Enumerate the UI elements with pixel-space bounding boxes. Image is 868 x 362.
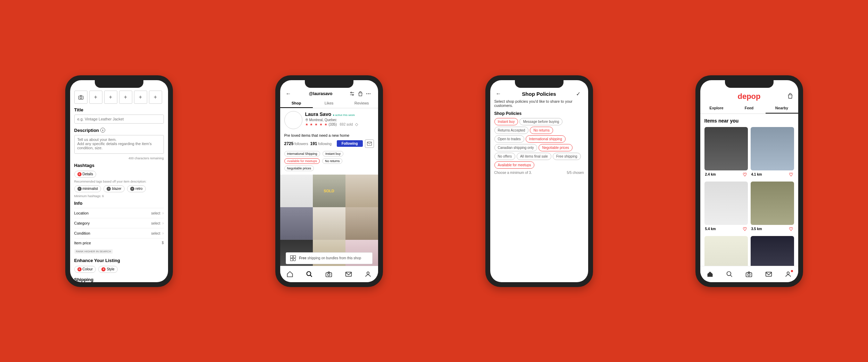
add-photo-slot[interactable]: +	[89, 91, 102, 104]
header: ← Shop Policies ✓	[494, 91, 584, 97]
add-photo-slot[interactable]: +	[104, 91, 117, 104]
location: Montreal, Quebec	[305, 118, 374, 122]
nearby-grid: 2.4 km♡4.1 km♡5.4 km♡3.5 km♡	[704, 127, 794, 279]
product-cell[interactable]	[280, 207, 313, 240]
more-icon[interactable]: ⋯	[366, 91, 372, 96]
heart-icon[interactable]: ♡	[789, 226, 793, 232]
nav-search[interactable]	[306, 271, 313, 278]
tab-feed[interactable]: Feed	[733, 103, 766, 113]
svg-point-12	[307, 271, 311, 276]
policy-chip[interactable]: Message before buying	[519, 118, 562, 125]
policy-chip[interactable]: Open to trades	[494, 135, 524, 143]
phone-policies: ← Shop Policies ✓ Select shop policies y…	[485, 75, 593, 287]
back-button[interactable]: ←	[496, 91, 502, 97]
add-photo-slot[interactable]: +	[134, 91, 147, 104]
policy-chip[interactable]: All items final sale	[517, 153, 551, 160]
hashtags-details-button[interactable]: +Details	[74, 171, 97, 178]
policy-chip[interactable]: No returns	[530, 127, 553, 134]
svg-point-18	[727, 271, 731, 276]
svg-point-11	[293, 258, 295, 261]
follow-button[interactable]: Following	[337, 140, 363, 147]
policy-chip[interactable]: International shipping	[526, 135, 566, 143]
bag-icon[interactable]	[358, 91, 363, 96]
row-category[interactable]: Categoryselect›	[74, 218, 164, 228]
mail-icon	[345, 271, 352, 277]
nav-inbox[interactable]	[345, 271, 352, 277]
product-cell[interactable]	[345, 207, 378, 240]
confirm-button[interactable]: ✓	[576, 91, 582, 97]
nav-search[interactable]	[726, 271, 733, 278]
title-input[interactable]	[74, 115, 164, 124]
shop-chips: International Shipping Instant buy Avail…	[284, 150, 374, 172]
row-price[interactable]: Item price$	[74, 238, 164, 247]
policy-chip[interactable]: Negotiable prices	[539, 144, 572, 151]
nav-sell[interactable]	[325, 271, 332, 277]
bag-button[interactable]	[787, 93, 793, 99]
rating[interactable]: ★ ★ ★ ★ ★ (335) 692 sold	[305, 123, 374, 126]
enhance-style[interactable]: +Style	[98, 266, 117, 273]
policy-chip[interactable]: Canadian shipping only	[494, 144, 537, 151]
row-condition[interactable]: Conditionselect›	[74, 228, 164, 238]
policy-chip[interactable]: Returns Accepted	[494, 127, 529, 134]
policy-chip[interactable]: Free shipping	[553, 153, 581, 160]
nav-inbox[interactable]	[765, 271, 772, 277]
product-card[interactable]: 5.4 km♡	[704, 182, 748, 233]
heart-icon[interactable]: ♡	[743, 226, 747, 232]
chip: International Shipping	[284, 151, 320, 157]
following[interactable]: 191 following	[310, 141, 332, 146]
section-label: Shop Policies	[494, 111, 584, 116]
tag-chip[interactable]: ×retro	[127, 185, 146, 192]
desc-input[interactable]	[74, 135, 164, 154]
product-cell[interactable]	[313, 207, 345, 240]
heart-icon[interactable]: ♡	[743, 172, 747, 177]
plus-icon: +	[101, 267, 106, 271]
product-card[interactable]: 3.5 km♡	[751, 182, 794, 233]
tag-chip[interactable]: ×blazer	[103, 185, 124, 192]
filter-icon[interactable]	[349, 91, 355, 96]
policy-chip[interactable]: Instant buy	[494, 118, 518, 125]
notch	[725, 79, 774, 88]
nav-profile[interactable]	[365, 271, 372, 278]
screen: ← Shop Policies ✓ Select shop policies y…	[490, 80, 588, 282]
tab-explore[interactable]: Explore	[700, 103, 733, 113]
camera-slot[interactable]	[74, 91, 87, 104]
mail-icon	[765, 271, 772, 277]
enhance-colour[interactable]: +Colour	[74, 266, 96, 273]
product-cell-sold[interactable]: SOLD	[313, 175, 345, 207]
chip: Available for meetups	[284, 158, 320, 164]
nav-home[interactable]	[286, 271, 293, 278]
policy-chip[interactable]: No offers	[494, 153, 515, 160]
camera-icon	[325, 271, 332, 277]
svg-point-21	[748, 273, 750, 276]
avatar[interactable]	[284, 111, 302, 129]
row-location[interactable]: Locationselect›	[74, 208, 164, 218]
info-icon[interactable]: i	[100, 128, 105, 133]
add-photo-slot[interactable]: +	[149, 91, 162, 104]
camera-icon	[78, 95, 84, 100]
product-cell[interactable]	[345, 175, 378, 207]
product-cell[interactable]	[280, 175, 313, 207]
add-photo-slot[interactable]: +	[119, 91, 132, 104]
info-label: Info	[74, 201, 164, 206]
tab-nearby[interactable]: Nearby	[766, 103, 798, 113]
back-button[interactable]: ←	[286, 91, 292, 97]
chip: Instant buy	[323, 151, 343, 157]
tab-reviews[interactable]: Reviews	[345, 99, 378, 108]
product-card[interactable]: 4.1 km♡	[751, 127, 794, 179]
heart-icon[interactable]: ♡	[789, 172, 793, 177]
tab-likes[interactable]: Likes	[313, 99, 345, 108]
nav-sell[interactable]	[745, 271, 752, 277]
tag-chip[interactable]: ×minimalist	[74, 185, 101, 192]
tab-shop[interactable]: Shop	[280, 99, 313, 108]
plus-icon: +	[77, 172, 82, 176]
message-button[interactable]	[365, 140, 374, 148]
nav-home[interactable]	[707, 271, 713, 278]
distance: 2.4 km	[705, 172, 716, 176]
bundle-banner[interactable]: Free shipping on bundles from this shop	[286, 252, 373, 264]
policy-chip[interactable]: Available for meetups	[494, 161, 535, 169]
followers[interactable]: 2725 followers	[284, 141, 308, 146]
product-card[interactable]: 2.4 km♡	[704, 127, 748, 179]
hashtags-hint: Recommended tags based off your item des…	[74, 180, 164, 183]
svg-point-1	[80, 96, 82, 98]
nav-profile[interactable]	[785, 271, 792, 278]
